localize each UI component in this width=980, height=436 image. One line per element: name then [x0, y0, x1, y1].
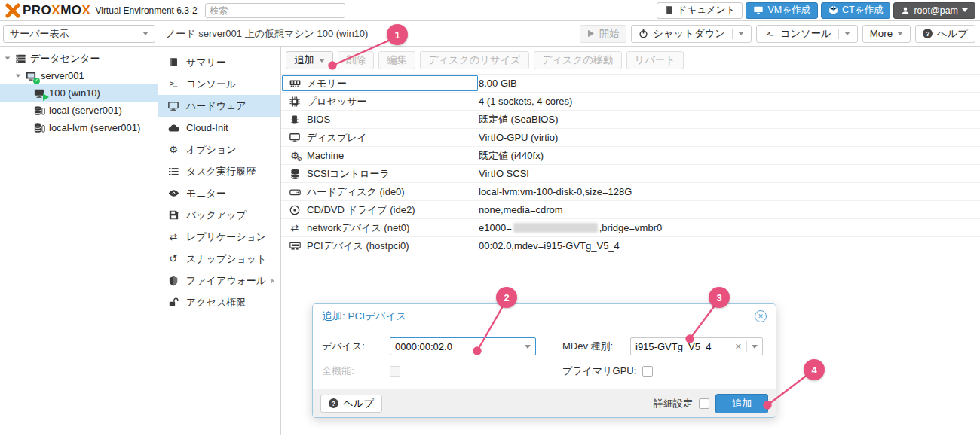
tree-node-server001[interactable]: ✓ server001 [0, 67, 158, 84]
nav-item-replication[interactable]: ⇄ レプリケーション [158, 226, 280, 248]
console-button[interactable]: >_ コンソール [756, 25, 858, 43]
chip-icon [289, 114, 301, 126]
nav-item-task-history[interactable]: タスク実行履歴 [158, 160, 280, 182]
unlock-icon [167, 297, 179, 309]
hw-row-pci-device[interactable]: PCIデバイス (hostpci0) 00:02.0,mdev=i915-GVT… [281, 237, 980, 255]
chevron-down-icon [142, 32, 149, 35]
terminal-icon: >_ [764, 28, 776, 40]
monitor-icon [753, 5, 764, 17]
logo-text: PROXMOX [23, 3, 90, 18]
nav-item-firewall[interactable]: ファイアウォール [158, 270, 280, 291]
remove-button[interactable]: 削除 [338, 51, 375, 69]
cogs-icon: ⚙⚙ [289, 150, 301, 162]
power-icon [639, 28, 648, 40]
shutdown-button[interactable]: シャットダウン [631, 25, 751, 43]
view-mode-select[interactable]: サーバー表示 [3, 25, 155, 43]
hw-row-bios[interactable]: BIOS 既定値 (SeaBIOS) [281, 111, 980, 129]
running-play-icon [43, 93, 49, 101]
monitor-icon [167, 100, 179, 112]
primary-gpu-checkbox[interactable] [642, 366, 653, 377]
storage-icon [33, 105, 45, 117]
mdev-type-select[interactable]: i915-GVTg_V5_4 ✕ [630, 337, 763, 355]
documentation-button[interactable]: ドキュメント [657, 2, 743, 19]
hw-row-processors[interactable]: プロセッサー 4 (1 sockets, 4 cores) [281, 93, 980, 111]
hw-row-hard-disk[interactable]: ハードディスク (ide0) local-lvm:vm-100-disk-0,s… [281, 183, 980, 201]
device-select[interactable]: 0000:00:02.0 [390, 337, 536, 355]
close-icon[interactable]: ✕ [755, 310, 767, 322]
cube-icon [828, 5, 838, 17]
hw-row-machine[interactable]: ⚙⚙ Machine 既定値 (i440fx) [281, 147, 980, 165]
create-vm-button[interactable]: VMを作成 [746, 2, 818, 19]
all-functions-checkbox[interactable] [390, 366, 400, 377]
nav-item-cloud-init[interactable]: Cloud-Init [158, 117, 280, 139]
redacted-mac-address [513, 223, 598, 233]
play-icon [587, 28, 595, 40]
user-menu-button[interactable]: root@pam [893, 2, 975, 19]
hw-row-display[interactable]: ディスプレイ VirtIO-GPU (virtio) [281, 129, 980, 147]
nav-item-hardware[interactable]: ハードウェア [158, 95, 280, 117]
proxmox-logo: PROXMOX [5, 3, 90, 18]
nav-item-summary[interactable]: サマリー [158, 51, 280, 73]
primary-gpu-label: プライマリGPU: [562, 364, 636, 378]
start-button[interactable]: 開始 [580, 25, 627, 43]
expand-arrow-icon[interactable] [16, 74, 21, 77]
edit-button[interactable]: 編集 [378, 51, 415, 69]
nav-item-snapshot[interactable]: ↺ スナップショット [158, 248, 280, 270]
shutdown-menu-arrow[interactable] [732, 29, 744, 39]
book-icon [167, 56, 179, 69]
tree-node-storage-local[interactable]: local (server001) [0, 102, 158, 119]
move-disk-button[interactable]: ディスクの移動 [534, 51, 622, 69]
hardware-toolbar: 追加 削除 編集 ディスクのリサイズ ディスクの移動 リバート [281, 47, 980, 75]
hw-row-cdrom[interactable]: CD/DVD ドライブ (ide2) none,media=cdrom [281, 201, 980, 219]
dialog-add-button[interactable]: 追加 [715, 394, 768, 413]
memory-icon [289, 78, 301, 90]
network-icon: ⇄ [289, 222, 301, 234]
database-icon [289, 168, 301, 180]
nav-item-monitor[interactable]: モニター [158, 182, 280, 204]
vm-running-icon [33, 87, 45, 99]
mdev-type-label: MDev 種別: [562, 340, 630, 353]
shield-icon [167, 275, 179, 287]
more-button[interactable]: More [862, 25, 911, 43]
submenu-arrow-icon [271, 278, 274, 284]
console-menu-arrow[interactable] [838, 29, 850, 39]
create-ct-button[interactable]: CTを作成 [821, 2, 890, 19]
search-input[interactable] [205, 3, 345, 18]
nav-item-backup[interactable]: バックアップ [158, 204, 280, 226]
list-icon [167, 166, 179, 178]
gear-icon: ⚙ [167, 144, 179, 156]
dialog-title: 追加: PCIデバイス [322, 309, 406, 323]
hw-row-memory[interactable]: メモリー 8.00 GiB [281, 75, 980, 93]
nav-item-options[interactable]: ⚙ オプション [158, 139, 280, 160]
tree-node-vm-100[interactable]: 100 (win10) [0, 84, 158, 102]
node-icon: ✓ [25, 70, 37, 82]
top-header-bar: PROXMOX Virtual Environment 6.3-2 ドキュメント… [0, 0, 980, 21]
add-button[interactable]: 追加 [286, 51, 333, 69]
nav-item-console[interactable]: >_ コンソール [158, 73, 280, 95]
tree-node-datacenter[interactable]: データセンター [0, 50, 158, 67]
revert-button[interactable]: リバート [626, 51, 684, 69]
clear-icon[interactable]: ✕ [735, 342, 742, 352]
undo-icon: ↺ [167, 253, 179, 265]
chevron-down-icon [752, 345, 758, 349]
cpu-icon [289, 96, 301, 108]
dialog-help-button[interactable]: ? ヘルプ [320, 395, 382, 413]
context-bar: サーバー表示 ノード server001 上の仮想マシン 100 (win10)… [0, 21, 980, 47]
chevron-down-icon [897, 32, 903, 35]
help-button[interactable]: ? ヘルプ [915, 25, 975, 43]
expand-arrow-icon[interactable] [5, 56, 11, 59]
hw-row-scsi-controller[interactable]: SCSIコントローラ VirtIO SCSI [281, 165, 980, 183]
vm-config-nav: サマリー >_ コンソール ハードウェア Cloud-Init ⚙ オプション … [158, 47, 281, 435]
cloud-icon [167, 122, 179, 134]
sync-icon: ⇄ [167, 231, 179, 243]
tree-node-storage-local-lvm[interactable]: local-lvm (server001) [0, 119, 158, 136]
nav-item-permissions[interactable]: アクセス権限 [158, 291, 280, 313]
version-text: Virtual Environment 6.3-2 [95, 5, 197, 16]
chevron-down-icon [319, 59, 325, 63]
resize-disk-button[interactable]: ディスクのリサイズ [420, 51, 529, 69]
device-label: デバイス: [322, 340, 390, 353]
hw-row-network[interactable]: ⇄ networkデバイス (net0) e1000= ,bridge=vmbr… [281, 219, 980, 237]
proxmox-x-icon [5, 3, 21, 18]
advanced-checkbox[interactable] [699, 398, 709, 409]
hdd-icon [289, 186, 301, 198]
